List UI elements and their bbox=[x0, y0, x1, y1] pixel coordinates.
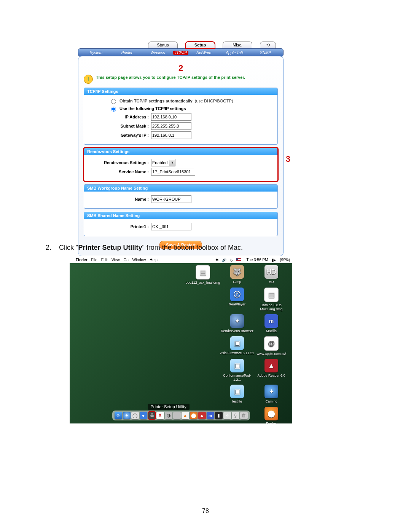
panel-rendezvous-header: Rendezvous Settings bbox=[84, 148, 277, 155]
desktop-icon-label: Gimp bbox=[233, 280, 241, 284]
panel-smb-shared-header: SMB Shared Name Setting bbox=[84, 212, 277, 219]
menu-file[interactable]: File bbox=[91, 258, 97, 262]
desktop-icon[interactable]: HDHD bbox=[254, 265, 288, 284]
dock-trash-icon[interactable]: 🗑 bbox=[240, 412, 248, 419]
desktop-icon-label: www.apple.com.tw/ bbox=[256, 352, 286, 356]
chevron-down-icon[interactable]: ▼ bbox=[169, 160, 175, 166]
tab-refresh-icon[interactable]: ⟲ bbox=[260, 42, 276, 48]
menu-help[interactable]: Help bbox=[150, 258, 158, 262]
desktop-icon[interactable]: ▣testfile bbox=[220, 385, 254, 404]
desktop-icon-label: ConformanceTest-1.2.1 bbox=[220, 374, 254, 382]
dock-app-icon[interactable]: ✧ bbox=[223, 412, 231, 419]
menu-app-name[interactable]: Finder bbox=[76, 258, 88, 262]
desktop-icon[interactable]: ⓡRealPlayer bbox=[220, 288, 254, 311]
service-name-label: Service Name : bbox=[88, 169, 151, 174]
desktop-icon[interactable]: 🐺Gimp bbox=[220, 265, 254, 284]
info-icon: ! bbox=[84, 75, 93, 84]
subtab-appletalk[interactable]: Apple Talk bbox=[219, 51, 250, 55]
mac-menubar: Finder File Edit View Go Window Help ✱ 🔊… bbox=[70, 257, 292, 263]
dock-sysprefs-icon[interactable] bbox=[173, 412, 181, 419]
menu-go[interactable]: Go bbox=[123, 258, 128, 262]
moz-icon: m bbox=[264, 314, 278, 328]
menu-edit[interactable]: Edit bbox=[101, 258, 108, 262]
radio-manual-row[interactable]: Use the following TCP/IP settings bbox=[109, 105, 274, 112]
battery-icon[interactable]: ▮▸ bbox=[272, 258, 276, 262]
subtab-snmp[interactable]: SNMP bbox=[250, 51, 281, 55]
tab-setup[interactable]: Setup bbox=[185, 42, 215, 48]
dock-adobe-icon[interactable]: ▲ bbox=[198, 412, 206, 419]
subtab-tcpip[interactable]: TCP/IP bbox=[173, 51, 188, 55]
desktop-icon[interactable]: ⬤Firefox bbox=[254, 407, 288, 423]
subtab-system[interactable]: System bbox=[81, 51, 112, 55]
tab-misc[interactable]: Misc. bbox=[223, 42, 252, 48]
menu-window[interactable]: Window bbox=[132, 258, 146, 262]
dock-app-icon[interactable]: ◯ bbox=[131, 412, 139, 419]
service-name-input[interactable] bbox=[151, 168, 195, 176]
desktop-icon[interactable]: ▤Camino-0.8.2-MultiLang.dmg bbox=[254, 288, 288, 311]
panel-smb-workgroup-header: SMB Workgroup Name Setting bbox=[84, 185, 277, 192]
instr-pre: Click " bbox=[59, 244, 78, 251]
radio-manual[interactable] bbox=[111, 107, 116, 112]
instr-post: " from the bottom toolbox of Mac. bbox=[142, 244, 243, 251]
tab-status[interactable]: Status bbox=[148, 42, 178, 48]
dock-firefox-icon[interactable]: ⬤ bbox=[190, 412, 198, 419]
desktop-icon-label: Camino bbox=[265, 399, 277, 403]
subtab-netware[interactable]: NetWare bbox=[188, 51, 219, 55]
panel-tcpip: TCP/IP Settings Obtain TCP/IP settings a… bbox=[84, 88, 278, 145]
dock-mozilla-icon[interactable]: m bbox=[207, 412, 214, 419]
desktop-icon[interactable]: @www.apple.com.tw/ bbox=[254, 336, 288, 356]
radio-auto-hint: (use DHCP/BOOTP) bbox=[195, 99, 233, 103]
desktop-icon-label: Firefox bbox=[266, 422, 277, 423]
cam-icon: ✦ bbox=[264, 385, 278, 398]
battery-percent: (99%) bbox=[280, 258, 290, 262]
dock-finder-icon[interactable]: ☺ bbox=[115, 412, 122, 419]
printer1-input[interactable] bbox=[151, 223, 191, 230]
status-icons: ✱ 🔊 ◇ bbox=[214, 258, 242, 262]
input-flag-icon[interactable] bbox=[236, 258, 241, 261]
desktop-icon-label: ooo112_osx_final.dmg bbox=[186, 281, 220, 284]
instr-bold: Printer Setup Utility bbox=[78, 244, 142, 251]
radio-auto-row[interactable]: Obtain TCP/IP settings automatically (us… bbox=[109, 98, 274, 104]
workgroup-name-input[interactable] bbox=[151, 195, 191, 203]
rendezvous-select[interactable]: Enabled ▼ bbox=[151, 159, 175, 166]
panel-smb-shared: SMB Shared Name Setting Printer1 : bbox=[84, 212, 278, 236]
desktop-icon[interactable]: mMozilla bbox=[254, 314, 288, 333]
dock-app-icon[interactable]: § bbox=[232, 412, 239, 419]
desktop-icon[interactable]: ▣ConformanceTest-1.2.1 bbox=[220, 359, 254, 382]
menu-view[interactable]: View bbox=[112, 258, 120, 262]
annotation-marker-2: 2 bbox=[84, 63, 278, 73]
fold-icon: ▣ bbox=[230, 336, 244, 350]
intro-text: This setup page allows you to configure … bbox=[96, 75, 245, 80]
dock-app-icon[interactable]: ▲ bbox=[182, 412, 189, 419]
airport-icon[interactable]: ◇ bbox=[230, 258, 233, 262]
bluetooth-icon[interactable]: ✱ bbox=[215, 258, 218, 262]
radio-auto-label: Obtain TCP/IP settings automatically bbox=[119, 99, 193, 103]
dock-terminal-icon[interactable]: ▮ bbox=[215, 412, 223, 419]
at-icon: @ bbox=[264, 336, 279, 351]
dock-app-icon[interactable]: ◑ bbox=[165, 412, 172, 419]
desktop-icon[interactable]: ▣Axis Firmware 6.11.21 bbox=[220, 336, 254, 356]
volume-icon[interactable]: 🔊 bbox=[222, 258, 226, 262]
radio-manual-label: Use the following TCP/IP settings bbox=[119, 106, 186, 111]
sub-tab-bar: System Printer Wireless TCP/IP NetWare A… bbox=[78, 48, 284, 57]
radio-auto[interactable] bbox=[111, 99, 116, 104]
desktop-icon[interactable]: ▤ooo112_osx_final.dmg bbox=[186, 265, 220, 284]
content-pane: 2 ! This setup page allows you to config… bbox=[78, 56, 284, 256]
workgroup-name-label: Name : bbox=[88, 197, 151, 201]
desktop-icon[interactable]: ▲Adobe Reader 6.0 bbox=[254, 359, 288, 382]
gateway-input[interactable] bbox=[151, 131, 191, 139]
ip-input[interactable] bbox=[151, 113, 191, 121]
subtab-printer[interactable]: Printer bbox=[112, 51, 142, 55]
desktop-icon-label: HD bbox=[269, 280, 274, 284]
dock-x-icon[interactable]: X bbox=[156, 412, 164, 419]
desktop-icon[interactable]: ✦Camino bbox=[254, 385, 288, 404]
adobe-icon: ▲ bbox=[264, 359, 278, 372]
dock-app-icon[interactable]: ● bbox=[140, 412, 147, 419]
dock-printer-setup-utility-icon[interactable]: 🖶 bbox=[148, 412, 156, 419]
dock-safari-icon[interactable]: ✦ bbox=[123, 412, 131, 419]
dock-tooltip: Printer Setup Utility bbox=[148, 404, 190, 410]
subtab-wireless[interactable]: Wireless bbox=[142, 51, 173, 55]
printer1-label: Printer1 : bbox=[88, 224, 151, 229]
desktop-icon[interactable]: ✦Rendezvous Browser bbox=[220, 314, 254, 333]
mask-input[interactable] bbox=[151, 122, 191, 130]
